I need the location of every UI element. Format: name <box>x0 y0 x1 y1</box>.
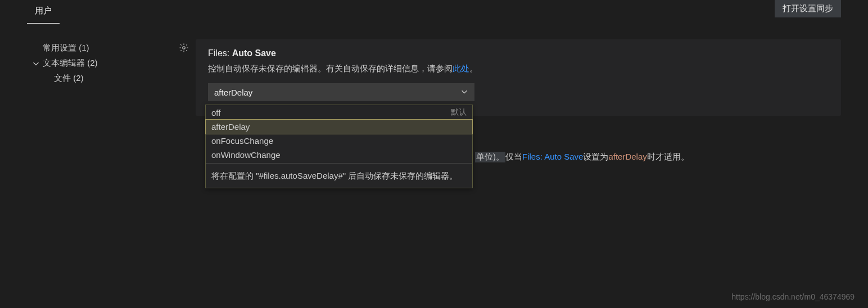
dropdown-option-onfocuschange[interactable]: onFocusChange <box>206 134 472 148</box>
open-settings-sync-button[interactable]: 打开设置同步 <box>775 0 841 17</box>
sidebar-item-label: 文本编辑器 (2) <box>43 58 98 69</box>
dropdown-option-off[interactable]: off 默认 <box>206 105 472 120</box>
setting-description-continued: 单位)。 仅当 Files: Auto Save 设置为 afterDelay … <box>475 152 689 162</box>
select-value: afterDelay <box>214 88 252 97</box>
sidebar-item-text-editor[interactable]: 文本编辑器 (2) <box>27 56 179 71</box>
dropdown-option-onwindowchange[interactable]: onWindowChange <box>206 148 472 162</box>
sidebar-item-common[interactable]: 常用设置 (1) <box>27 40 179 56</box>
chevron-down-icon <box>460 88 468 97</box>
sidebar-item-files[interactable]: 文件 (2) <box>27 71 179 86</box>
dropdown-option-afterdelay[interactable]: afterDelay <box>205 119 473 134</box>
sidebar-item-label: 常用设置 (1) <box>43 43 89 53</box>
doc-link[interactable]: 此处 <box>453 64 469 73</box>
files-autosave-link[interactable]: Files: Auto Save <box>522 152 583 161</box>
tabs: 用户 <box>27 0 60 24</box>
default-tag: 默认 <box>451 107 467 117</box>
sidebar-item-label: 文件 (2) <box>54 73 84 84</box>
divider <box>206 163 472 164</box>
watermark: https://blog.csdn.net/m0_46374969 <box>731 292 855 301</box>
tab-user[interactable]: 用户 <box>27 0 60 24</box>
auto-save-select[interactable]: afterDelay <box>208 83 474 101</box>
dropdown-description: 将在配置的 "#files.autoSaveDelay#" 后自动保存未保存的编… <box>206 165 472 188</box>
svg-point-0 <box>183 47 186 49</box>
setting-title: Files: Auto Save <box>208 48 829 58</box>
setting-description: 控制自动保存未保存的编辑器。有关自动保存的详细信息，请参阅此处。 <box>208 62 829 75</box>
gear-icon[interactable] <box>179 46 189 55</box>
settings-sidebar: 常用设置 (1) 文本编辑器 (2) 文件 (2) <box>27 39 179 116</box>
chevron-down-icon <box>31 59 40 68</box>
auto-save-dropdown: off 默认 afterDelay onFocusChange onWindow… <box>205 105 473 188</box>
